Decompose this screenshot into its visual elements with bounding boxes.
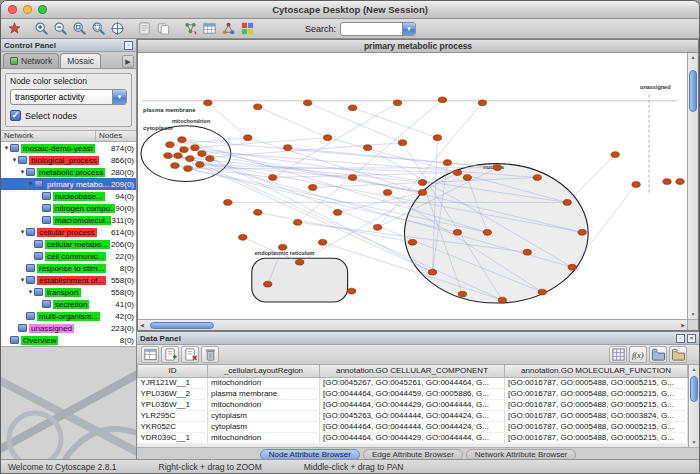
graph-node[interactable] [174, 153, 182, 159]
create-network-from-selection-icon[interactable] [154, 20, 173, 37]
column-header[interactable]: _cellularLayoutRegion [208, 365, 320, 377]
tree-item-establishment-of[interactable]: ▼establishment of...558(0) [1, 274, 136, 286]
table-row[interactable]: YPL036W__2plasma membrane[GO:0044464, GO… [138, 388, 688, 399]
tree-item-nucleobase[interactable]: nucleobase...94(0) [1, 190, 136, 202]
expand-triangle-icon[interactable]: ▼ [11, 157, 18, 163]
import-attributes-icon[interactable] [200, 20, 219, 37]
table-scroll-down-icon[interactable]: ▼ [692, 438, 697, 447]
build-network-icon[interactable] [219, 20, 238, 37]
tree-item-metabolic-process[interactable]: ▼metabolic process280(0) [1, 166, 136, 178]
table-cell[interactable]: [GO:0045263, GO:0044444, GO:0044424, G..… [320, 410, 505, 421]
tree-item-unassigned[interactable]: unassigned223(0) [1, 322, 136, 334]
graph-node[interactable] [333, 210, 341, 216]
graph-node[interactable] [191, 145, 199, 151]
table-cell[interactable]: cytoplasm [208, 410, 320, 421]
network-horizontal-scrollbar[interactable]: ◀ ▶ [138, 320, 687, 330]
column-header[interactable]: annotation.GO CELLULAR_COMPONENT [320, 365, 505, 377]
graph-node[interactable] [498, 297, 506, 303]
graph-node[interactable] [408, 239, 416, 245]
table-row[interactable]: YDR039C__1mitochondrion[GO:0044464, GO:0… [138, 432, 688, 443]
graph-node[interactable] [264, 281, 272, 287]
graph-node[interactable] [568, 264, 576, 270]
tree-item-secretion[interactable]: secretion41(0) [1, 298, 136, 310]
function-builder-icon[interactable]: f(x) [629, 346, 647, 363]
graph-node[interactable] [453, 170, 461, 176]
graph-node[interactable] [164, 153, 172, 159]
graph-edge[interactable] [288, 148, 498, 168]
scroll-left-icon[interactable]: ◀ [140, 322, 144, 328]
graph-node[interactable] [186, 156, 194, 162]
graph-edge[interactable] [208, 103, 248, 138]
select-nodes-checkbox[interactable]: ✓ [10, 110, 21, 121]
tree-item-multi-organism[interactable]: multi-organism...42(0) [1, 310, 136, 322]
table-cell[interactable]: [GO:0016787, GO:0005488, GO:0005215, G..… [505, 377, 688, 388]
graph-node[interactable] [418, 190, 426, 196]
graph-node[interactable] [533, 175, 541, 181]
close-data-panel-icon[interactable]: × [687, 334, 696, 343]
horizontal-scroll-thumb[interactable] [150, 322, 214, 329]
clear-table-icon[interactable] [201, 346, 219, 363]
table-cell[interactable]: YKR052C [138, 421, 208, 432]
close-window-button[interactable] [8, 5, 17, 14]
graph-node[interactable] [478, 100, 486, 106]
search-dropdown-arrow-icon[interactable]: ▼ [402, 23, 415, 35]
graph-node[interactable] [493, 165, 501, 171]
tree-item-biological-process[interactable]: ▼biological_process866(0) [1, 154, 136, 166]
table-row[interactable]: YJR121W__1mitochondrion[GO:0045267, GO:0… [138, 377, 688, 388]
graph-node[interactable] [348, 105, 356, 111]
table-cell[interactable]: mitochondrion [208, 399, 320, 410]
graph-node[interactable] [323, 135, 331, 141]
search-input[interactable]: ▼ [340, 22, 416, 36]
graph-node[interactable] [184, 166, 192, 172]
tab-network[interactable]: Network [3, 53, 59, 68]
delete-attribute-icon[interactable] [181, 346, 199, 363]
graph-edge[interactable] [567, 155, 615, 203]
table-cell[interactable]: [GO:0016787, GO:0005488, GO:0005215, G..… [505, 399, 688, 410]
minimize-window-button[interactable] [23, 5, 32, 14]
tab-scroll-right-icon[interactable]: ▶ [122, 55, 134, 68]
tree-item-cell-communic[interactable]: cell communic...22(0) [1, 250, 136, 262]
table-scroll-thumb[interactable] [690, 376, 698, 402]
tree-item-primary-metabo[interactable]: ▼primary metabo...209(0) [1, 178, 136, 190]
import-file-icon[interactable] [649, 346, 667, 363]
title-bar[interactable]: Cytoscape Desktop (New Session) [1, 1, 699, 19]
graph-node[interactable] [398, 140, 406, 146]
graph-node[interactable] [483, 229, 491, 235]
tree-item-macromolecul[interactable]: macromolecul...311(0) [1, 214, 136, 226]
table-cell[interactable]: [GO:0016787, GO:0005488, GO:0005215, G..… [505, 388, 688, 399]
table-cell[interactable]: YJR121W__1 [138, 377, 208, 388]
table-cell[interactable]: [GO:0044464, GO:0044459, GO:0005886, G..… [320, 388, 505, 399]
zoom-window-button[interactable] [38, 5, 47, 14]
export-file-icon[interactable] [669, 346, 687, 363]
graph-node[interactable] [578, 229, 586, 235]
graph-node[interactable] [632, 182, 640, 188]
expand-triangle-icon[interactable]: ▼ [27, 181, 34, 187]
hide-selected-icon[interactable] [135, 20, 154, 37]
table-cell[interactable]: [GO:0016787, GO:0005488, GO:0003824, G..… [505, 410, 688, 421]
graph-node[interactable] [284, 145, 292, 151]
graph-node[interactable] [318, 239, 326, 245]
table-vertical-scrollbar[interactable]: ▲ ▼ [688, 365, 699, 447]
graph-node[interactable] [373, 224, 381, 230]
dropdown-arrow-icon[interactable]: ▼ [112, 90, 126, 104]
expand-triangle-icon[interactable]: ▼ [3, 145, 10, 151]
graph-node[interactable] [206, 156, 214, 162]
network-vertical-scrollbar[interactable]: ▲ ▼ [687, 53, 698, 319]
graph-edge[interactable] [353, 108, 438, 138]
expand-triangle-icon[interactable]: ▼ [19, 229, 26, 235]
graph-node[interactable] [166, 142, 174, 148]
expand-triangle-icon[interactable]: ▼ [19, 169, 26, 175]
table-cell[interactable]: [GO:0044464, GO:0044429, GO:0044444, G..… [320, 432, 505, 443]
vizmapper-icon[interactable] [238, 20, 257, 37]
table-row[interactable]: YPL036W__1mitochondrion[GO:0044464, GO:0… [138, 399, 688, 410]
graph-node[interactable] [171, 163, 179, 169]
graph-node[interactable] [523, 249, 531, 255]
vertical-scroll-thumb[interactable] [689, 70, 697, 112]
graph-node[interactable] [239, 234, 247, 240]
graph-node[interactable] [438, 97, 446, 103]
graph-node[interactable] [244, 135, 252, 141]
zoom-out-icon[interactable] [51, 20, 70, 37]
graph-node[interactable] [254, 210, 262, 216]
graph-node[interactable] [347, 288, 355, 294]
expand-triangle-icon[interactable]: ▼ [19, 277, 26, 283]
